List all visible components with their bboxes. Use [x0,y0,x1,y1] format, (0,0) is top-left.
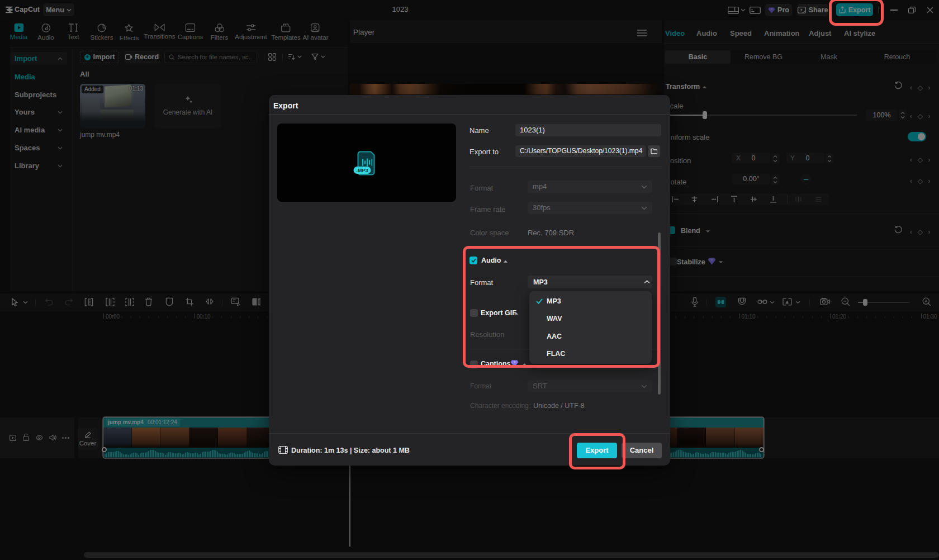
svg-text:.MP3: .MP3 [356,168,368,173]
